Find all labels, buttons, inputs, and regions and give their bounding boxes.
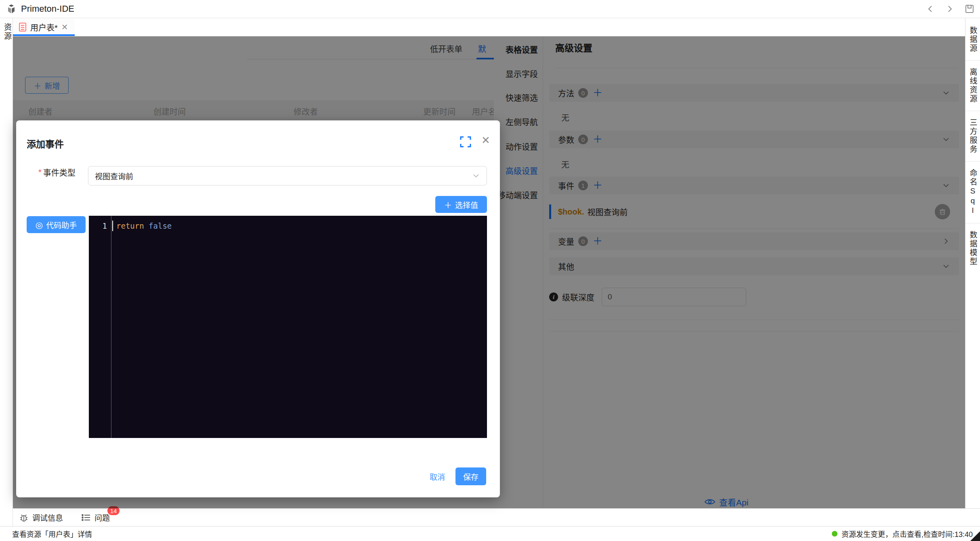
active-tab-underline [13,34,75,36]
rail-divider [965,60,980,61]
dialog-footer: 取消 保存 [430,467,486,485]
plus-icon: ＋ [444,199,452,210]
rail-item-datasource[interactable]: 数据源 [967,23,978,59]
left-rail: 资源 [0,18,13,526]
right-rail: 数据源 离线资源 三方服务 命名Sql 数据模型 [965,18,980,526]
add-event-dialog: 添加事件 ✕ * 事件类型 视图查询前 ＋ 选择值 ◎ 代码助手 1 retur… [16,120,500,497]
rail-divider [965,223,980,223]
tab-user-table[interactable]: 用户表* ✕ [13,18,75,36]
event-type-field-label: * 事件类型 [38,166,83,178]
debug-info-button[interactable]: 调试信息 [19,512,63,523]
select-value-button[interactable]: ＋ 选择值 [435,196,487,213]
rail-item-third-party-services[interactable]: 三方服务 [967,115,978,160]
form-document-icon [19,22,27,32]
nav-back-icon[interactable] [926,4,935,13]
list-icon [82,514,90,522]
code-line: return false [116,221,172,230]
event-type-value: 视图查询前 [95,171,133,181]
code-editor[interactable]: 1 return false [89,216,487,438]
fullscreen-icon[interactable] [460,136,472,148]
app-logo-icon [6,3,17,15]
status-green-dot-icon [832,531,837,537]
save-button[interactable]: 保存 [455,467,486,485]
bug-icon [19,513,28,522]
tab-close-icon[interactable]: ✕ [61,23,68,31]
text-cursor [112,221,113,231]
nav-forward-icon[interactable] [945,4,954,13]
rail-item-named-sql[interactable]: 命名Sql [967,166,978,221]
status-left-text: 查看资源「用户表」详情 [12,528,92,539]
rail-divider [965,111,980,111]
line-number: 1 [103,221,107,230]
dialog-title: 添加事件 [27,137,64,150]
resource-changed-notice[interactable]: 资源发生变更，点击查看,检查时间:13:40 [832,528,973,539]
code-assistant-button[interactable]: ◎ 代码助手 [27,216,86,233]
rail-item-data-model[interactable]: 数据模型 [967,227,978,272]
event-type-select[interactable]: 视图查询前 [88,166,487,185]
bottom-panel-bar: 调试信息 问题 14 [13,508,980,526]
rail-item-offline-resources[interactable]: 离线资源 [967,65,978,109]
target-icon: ◎ [36,221,43,229]
editor-gutter: 1 [89,216,111,438]
resize-grip[interactable] [970,531,980,541]
cancel-button[interactable]: 取消 [430,471,445,482]
tab-label: 用户表* [30,21,58,33]
rail-item-resources[interactable]: 资源 [0,23,13,41]
chevron-down-icon [472,172,480,180]
title-bar: Primeton-IDE [0,0,980,18]
required-mark: * [38,168,42,177]
save-icon[interactable] [965,4,974,14]
problems-button[interactable]: 问题 14 [82,512,110,523]
app-title: Primeton-IDE [21,4,74,14]
close-icon[interactable]: ✕ [481,134,490,147]
status-bar: 查看资源「用户表」详情 资源发生变更，点击查看,检查时间:13:40 [0,526,980,541]
editor-tab-bar: 用户表* ✕ [13,18,965,36]
rail-divider [965,161,980,162]
